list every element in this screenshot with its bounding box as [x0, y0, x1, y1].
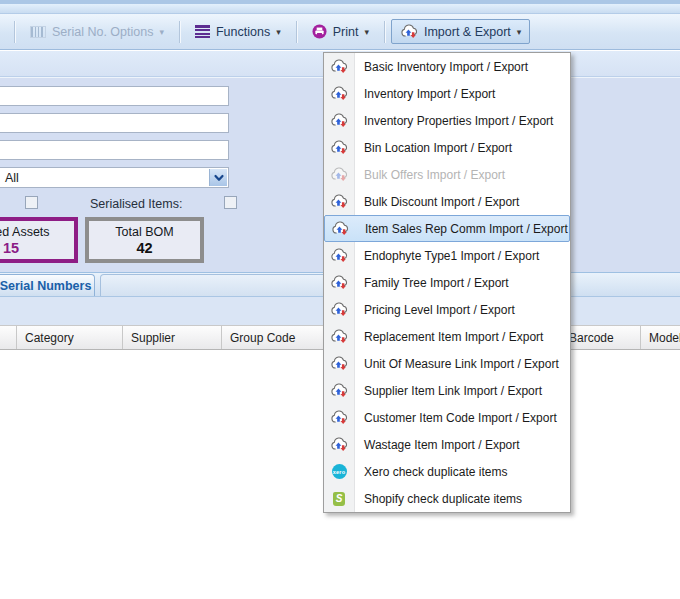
tab-unlabeled[interactable]: [100, 274, 343, 296]
menu-item-label: Unit Of Measure Link Import / Export: [355, 350, 570, 377]
xero-icon: xero: [332, 464, 347, 479]
menu-item-bin-location[interactable]: Bin Location Import / Export: [324, 134, 570, 161]
menu-item-label: Family Tree Import / Export: [355, 269, 570, 296]
import-export-menu: Basic Inventory Import / Export Inventor…: [323, 52, 571, 513]
menu-item-label: Item Sales Rep Comm Import / Export: [356, 216, 569, 241]
cloud-sync-icon: [330, 140, 348, 155]
print-label: Print: [333, 25, 359, 39]
chevron-down-icon: [212, 171, 226, 185]
menu-item-label: Inventory Properties Import / Export: [355, 107, 570, 134]
print-icon: [312, 24, 327, 39]
menu-item-label: Bulk Offers Import / Export: [355, 161, 570, 188]
linked-assets-label: Linked Assets: [0, 225, 50, 239]
serial-no-options-button: Serial No. Options: [21, 20, 173, 44]
cloud-sync-icon: [330, 329, 348, 344]
linked-assets-value: 15: [3, 240, 19, 256]
menu-item-xero-check-duplicates[interactable]: xero Xero check duplicate items: [324, 458, 570, 485]
total-bom-box: Total BOM 42: [85, 217, 204, 263]
cloud-sync-icon: [330, 410, 348, 425]
filter-dropdown-value: All: [5, 171, 19, 185]
menu-bars-icon: [195, 25, 210, 38]
menu-item-basic-inventory[interactable]: Basic Inventory Import / Export: [324, 53, 570, 80]
grid-header-cell[interactable]: [0, 326, 17, 349]
chevron-down-icon: [517, 25, 522, 39]
chevron-down-icon: [276, 25, 281, 39]
serial-no-options-label: Serial No. Options: [52, 25, 153, 39]
menu-item-label: Pricing Level Import / Export: [355, 296, 570, 323]
cloud-sync-icon: [331, 221, 349, 236]
serialised-items-checkbox[interactable]: [224, 196, 237, 209]
import-export-button[interactable]: Import & Export: [391, 19, 530, 44]
menu-item-replacement-item[interactable]: Replacement Item Import / Export: [324, 323, 570, 350]
menu-item-shopify-check-duplicates[interactable]: S Shopify check duplicate items: [324, 485, 570, 512]
import-export-label: Import & Export: [424, 25, 511, 39]
toolbar-separator: [296, 21, 297, 43]
cloud-sync-icon: [330, 167, 348, 182]
cloud-sync-icon: [330, 194, 348, 209]
menu-item-unit-of-measure-link[interactable]: Unit Of Measure Link Import / Export: [324, 350, 570, 377]
cloud-sync-icon: [330, 275, 348, 290]
serialised-items-label: Serialised Items:: [90, 197, 182, 211]
toolbar-separator: [14, 21, 15, 43]
grid-header-cell-supplier[interactable]: Supplier: [123, 326, 222, 349]
chevron-down-icon: [159, 25, 164, 39]
cloud-sync-icon: [400, 24, 418, 39]
shopify-icon: S: [333, 492, 345, 506]
menu-item-endophyte-type1[interactable]: Endophyte Type1 Import / Export: [324, 242, 570, 269]
menu-item-inventory[interactable]: Inventory Import / Export: [324, 80, 570, 107]
cloud-sync-icon: [330, 248, 348, 263]
toolbar: Serial No. Options Functions Print Impor…: [0, 14, 680, 50]
menu-item-label: Basic Inventory Import / Export: [355, 53, 570, 80]
toolbar-separator: [384, 21, 385, 43]
menu-item-inventory-properties[interactable]: Inventory Properties Import / Export: [324, 107, 570, 134]
menu-item-customer-item-code[interactable]: Customer Item Code Import / Export: [324, 404, 570, 431]
total-bom-value: 42: [136, 240, 152, 256]
menu-item-wastage-item[interactable]: Wastage Item Import / Export: [324, 431, 570, 458]
cloud-sync-icon: [330, 383, 348, 398]
barcode-icon: [30, 26, 46, 38]
menu-item-bulk-offers: Bulk Offers Import / Export: [324, 161, 570, 188]
toolbar-separator: [179, 21, 180, 43]
cloud-sync-icon: [330, 356, 348, 371]
menu-item-label: Customer Item Code Import / Export: [355, 404, 570, 431]
tab-serial-numbers[interactable]: Serial Numbers: [0, 274, 95, 296]
cloud-sync-icon: [330, 437, 348, 452]
menu-item-label: Endophyte Type1 Import / Export: [355, 242, 570, 269]
menu-item-label: Bulk Discount Import / Export: [355, 188, 570, 215]
left-checkbox[interactable]: [25, 196, 38, 209]
cloud-sync-icon: [330, 302, 348, 317]
functions-button[interactable]: Functions: [186, 20, 290, 44]
menu-item-family-tree[interactable]: Family Tree Import / Export: [324, 269, 570, 296]
print-button[interactable]: Print: [303, 19, 378, 44]
grid-header-cell-category[interactable]: Category: [17, 326, 123, 349]
menu-item-supplier-item-link[interactable]: Supplier Item Link Import / Export: [324, 377, 570, 404]
cloud-sync-icon: [330, 86, 348, 101]
menu-item-label: Supplier Item Link Import / Export: [355, 377, 570, 404]
app-window: Serial No. Options Functions Print Impor…: [0, 0, 680, 599]
filter-input-1[interactable]: [0, 86, 229, 106]
menu-item-label: Wastage Item Import / Export: [355, 431, 570, 458]
dropdown-arrow-button[interactable]: [209, 169, 227, 186]
filter-dropdown[interactable]: All: [0, 167, 229, 188]
menu-item-bulk-discount[interactable]: Bulk Discount Import / Export: [324, 188, 570, 215]
filter-input-3[interactable]: [0, 140, 229, 160]
menu-item-label: Shopify check duplicate items: [355, 485, 570, 512]
cloud-sync-icon: [330, 113, 348, 128]
filter-input-2[interactable]: [0, 113, 229, 133]
menu-item-pricing-level[interactable]: Pricing Level Import / Export: [324, 296, 570, 323]
functions-label: Functions: [216, 25, 270, 39]
linked-assets-box: Linked Assets 15: [0, 217, 78, 263]
grid-header-cell-model[interactable]: Model: [641, 326, 680, 349]
menu-item-label: Xero check duplicate items: [355, 458, 570, 485]
menu-item-label: Bin Location Import / Export: [355, 134, 570, 161]
menu-item-label: Inventory Import / Export: [355, 80, 570, 107]
tab-serial-numbers-label: Serial Numbers: [0, 279, 91, 293]
ribbon-strip: [0, 4, 680, 14]
grid-header-cell-barcode[interactable]: Barcode: [561, 326, 641, 349]
menu-item-label: Replacement Item Import / Export: [355, 323, 570, 350]
total-bom-label: Total BOM: [115, 225, 173, 239]
menu-item-item-sales-rep-comm[interactable]: Item Sales Rep Comm Import / Export: [324, 215, 570, 242]
cloud-sync-icon: [330, 59, 348, 74]
chevron-down-icon: [364, 25, 369, 39]
